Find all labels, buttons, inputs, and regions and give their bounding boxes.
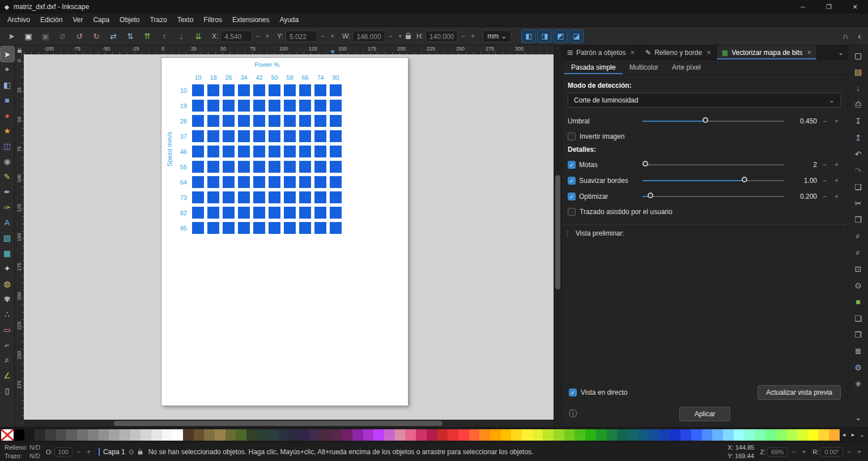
- palette-swatch[interactable]: [151, 429, 162, 441]
- matrix-cell[interactable]: [192, 207, 204, 219]
- layer-visibility-icon[interactable]: ⊙: [129, 448, 134, 456]
- drag-handle-icon[interactable]: ⋮: [564, 229, 571, 237]
- matrix-cell[interactable]: [299, 176, 311, 188]
- palette-swatch[interactable]: [575, 429, 585, 441]
- measure-tool[interactable]: ∠: [1, 368, 14, 383]
- matrix-cell[interactable]: [299, 130, 311, 142]
- move-gradients-toggle[interactable]: ◩: [553, 29, 568, 43]
- matrix-cell[interactable]: [269, 222, 280, 234]
- width-decrease-button[interactable]: −: [386, 32, 395, 40]
- matrix-cell[interactable]: [207, 191, 219, 203]
- spray-tool[interactable]: ∴: [1, 306, 14, 322]
- node-tool[interactable]: ⌖: [1, 62, 14, 77]
- matrix-cell[interactable]: [299, 191, 311, 203]
- user-assisted-checkbox[interactable]: [568, 208, 576, 216]
- matrix-cell[interactable]: [330, 115, 342, 127]
- palette-swatch[interactable]: [712, 429, 723, 441]
- tab-close-icon[interactable]: ×: [707, 48, 711, 57]
- redo-icon[interactable]: ↷: [850, 162, 866, 178]
- palette-swatch[interactable]: [702, 429, 713, 441]
- matrix-cell[interactable]: [253, 207, 265, 219]
- palette-swatch[interactable]: [670, 429, 681, 441]
- vertical-scrollbar-thumb[interactable]: [555, 175, 560, 289]
- matrix-cell[interactable]: [207, 130, 219, 142]
- matrix-cell[interactable]: [330, 207, 342, 219]
- matrix-cell[interactable]: [314, 84, 326, 96]
- opacity-increase-button[interactable]: +: [84, 448, 93, 456]
- lower-to-bottom-icon[interactable]: ⇊: [190, 29, 206, 43]
- rotation-decrease-button[interactable]: −: [845, 448, 853, 456]
- palette-swatch[interactable]: [628, 429, 639, 441]
- palette-swatch[interactable]: [331, 429, 342, 441]
- horizontal-scrollbar-thumb[interactable]: [114, 421, 442, 426]
- matrix-cell[interactable]: [223, 100, 235, 112]
- palette-scroll-left-button[interactable]: ◂: [840, 431, 849, 438]
- matrix-cell[interactable]: [223, 146, 235, 157]
- palette-swatch[interactable]: [236, 429, 246, 441]
- palette-swatch[interactable]: [24, 429, 35, 441]
- palette-swatch[interactable]: [607, 429, 618, 441]
- palette-swatch[interactable]: [511, 429, 522, 441]
- smooth-corners-increase-button[interactable]: +: [832, 177, 841, 185]
- fill-stroke-indicator[interactable]: Relleno:N/D Trazo:N/D: [5, 443, 40, 460]
- matrix-cell[interactable]: [269, 100, 280, 112]
- matrix-cell[interactable]: [207, 84, 219, 96]
- matrix-cell[interactable]: [330, 146, 342, 157]
- height-increase-button[interactable]: +: [469, 32, 477, 40]
- matrix-cell[interactable]: [314, 207, 326, 219]
- matrix-cell[interactable]: [269, 161, 280, 173]
- rotation-input[interactable]: 0.00°: [820, 447, 843, 456]
- threshold-decrease-button[interactable]: −: [820, 117, 829, 125]
- dock-tab[interactable]: ▦ Vectorizar mapa de bits ×: [717, 45, 817, 59]
- rotate-ccw-icon[interactable]: ↺: [71, 29, 87, 43]
- matrix-cell[interactable]: [253, 130, 265, 142]
- matrix-cell[interactable]: [284, 176, 296, 188]
- optimize-decrease-button[interactable]: −: [820, 193, 829, 200]
- matrix-cell[interactable]: [314, 222, 326, 234]
- smooth-corners-decrease-button[interactable]: −: [820, 177, 829, 185]
- palette-swatch[interactable]: [66, 429, 77, 441]
- pages-tool[interactable]: ▯: [1, 383, 14, 398]
- palette-swatch[interactable]: [734, 429, 744, 441]
- matrix-cell[interactable]: [314, 191, 326, 203]
- matrix-cell[interactable]: [299, 161, 311, 173]
- palette-swatch[interactable]: [543, 429, 554, 441]
- unit-select[interactable]: mm ⌄: [483, 30, 511, 42]
- matrix-cell[interactable]: [207, 100, 219, 112]
- preferences-icon[interactable]: ⚙: [850, 359, 866, 375]
- matrix-cell[interactable]: [284, 84, 296, 96]
- palette-swatch[interactable]: [278, 429, 289, 441]
- height-input[interactable]: 140.000: [426, 31, 458, 42]
- collapse-snapbar-button[interactable]: ‹: [856, 31, 863, 41]
- matrix-cell[interactable]: [284, 222, 296, 234]
- vertical-scrollbar[interactable]: [554, 45, 561, 427]
- shape-builder-tool[interactable]: ◧: [1, 77, 14, 92]
- matrix-cell[interactable]: [253, 115, 265, 127]
- matrix-cell[interactable]: [238, 207, 250, 219]
- deselect-icon[interactable]: ⊘: [54, 29, 70, 43]
- palette-swatch[interactable]: [14, 429, 24, 441]
- open-document-icon[interactable]: ▤: [850, 63, 866, 80]
- export-icon[interactable]: ↥: [850, 129, 866, 146]
- matrix-cell[interactable]: [223, 84, 235, 96]
- ruler-lock-icon[interactable]: [17, 49, 21, 53]
- matrix-cell[interactable]: [223, 191, 235, 203]
- zoom-drawing-icon[interactable]: ⌕: [850, 244, 866, 261]
- zoom-center-page-icon[interactable]: ⊙: [850, 277, 866, 293]
- palette-swatch[interactable]: [310, 429, 321, 441]
- dock-tab[interactable]: ✎ Relleno y borde ×: [640, 45, 717, 59]
- palette-swatch[interactable]: [109, 429, 120, 441]
- matrix-cell[interactable]: [314, 161, 326, 173]
- x-decrease-button[interactable]: −: [253, 32, 262, 40]
- palette-swatch[interactable]: [88, 429, 99, 441]
- palette-swatch[interactable]: [162, 429, 173, 441]
- raise-icon[interactable]: ↑: [156, 29, 172, 43]
- paint-bucket-tool[interactable]: ◍: [1, 276, 14, 291]
- spiral-tool[interactable]: ◉: [1, 153, 14, 169]
- scale-corners-toggle[interactable]: ◨: [537, 29, 552, 43]
- smooth-corners-value[interactable]: 1.00: [791, 177, 817, 185]
- matrix-cell[interactable]: [238, 146, 250, 157]
- live-preview-checkbox[interactable]: [569, 389, 577, 396]
- optimize-checkbox[interactable]: [568, 193, 576, 200]
- rotation-increase-button[interactable]: +: [855, 448, 863, 456]
